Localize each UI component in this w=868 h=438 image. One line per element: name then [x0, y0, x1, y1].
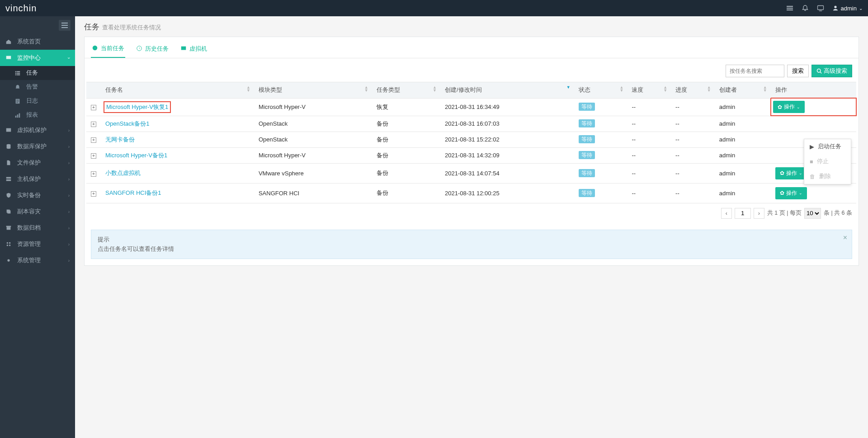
tab-label: 历史任务 [145, 45, 169, 53]
archive-icon [5, 225, 13, 231]
svg-rect-24 [7, 210, 10, 213]
cell-type: 备份 [372, 183, 440, 203]
expand-toggle[interactable]: + [86, 183, 101, 203]
cell-progress: -- [671, 163, 715, 183]
sidebar-item-label: 实时备份 [17, 191, 41, 199]
tip-close[interactable]: × [843, 234, 847, 242]
tab-vm[interactable]: 虚拟机 [179, 42, 208, 58]
action-button[interactable]: ✿ 操作 ⌄ [775, 167, 807, 179]
table-row: +小数点虚拟机VMware vSphere备份2021-08-31 14:07:… [86, 163, 856, 183]
table-row: +Microsoft Hyper-V备份1Microsoft Hyper-V备份… [86, 147, 856, 163]
search-button[interactable]: 搜索 [787, 65, 809, 77]
status-badge: 等待 [579, 135, 595, 143]
chevron-right-icon: › [68, 160, 70, 165]
bell-icon[interactable] [802, 5, 809, 12]
expand-toggle[interactable]: + [86, 116, 101, 132]
chevron-right-icon: › [68, 128, 70, 133]
tab-history[interactable]: 历史任务 [135, 42, 170, 58]
svg-point-35 [817, 69, 821, 73]
expand-toggle[interactable]: + [86, 163, 101, 183]
svg-rect-8 [6, 56, 11, 59]
col-status[interactable]: 状态▲▼ [574, 82, 627, 99]
sidebar-toggle[interactable] [59, 20, 71, 31]
col-name[interactable]: 任务名▲▼ [101, 82, 254, 99]
sidebar-item-archive[interactable]: 数据归档› [0, 220, 75, 236]
tip-title: 提示 [98, 235, 845, 244]
sidebar-item-shield[interactable]: 实时备份› [0, 187, 75, 203]
status-badge: 等待 [579, 189, 595, 197]
sidebar-sub-bell[interactable]: 告警 [0, 80, 75, 94]
chevron-right-icon: › [68, 209, 70, 214]
action-button[interactable]: ✿ 操作 ⌄ [773, 101, 805, 113]
col-progress[interactable]: 进度▲▼ [671, 82, 715, 99]
chevron-down-icon: ⌄ [799, 171, 802, 175]
svg-rect-12 [17, 73, 20, 74]
cell-time: 2021-08-31 16:34:49 [440, 98, 574, 116]
sidebar-item-vm[interactable]: 虚拟机保护› [0, 122, 75, 138]
sidebar-item-label: 任务 [26, 69, 38, 77]
sidebar-item-label: 虚拟机保护 [17, 126, 47, 134]
sidebar: 系统首页监控中心›任务告警日志报表虚拟机保护›数据库保护›文件保护›主机保护›实… [0, 16, 75, 438]
task-link[interactable]: 无网卡备份 [105, 136, 135, 143]
task-link[interactable]: Microsoft Hyper-V恢复1 [104, 101, 171, 113]
table-row: +OpenStack备份1OpenStack备份2021-08-31 16:07… [86, 116, 856, 132]
svg-point-31 [7, 259, 9, 261]
next-page[interactable]: › [754, 208, 764, 219]
sidebar-item-copy[interactable]: 副本容灾› [0, 203, 75, 220]
shield-icon [5, 192, 13, 198]
sidebar-item-resource[interactable]: 资源管理› [0, 236, 75, 252]
task-link[interactable]: SANGFOR HCI备份1 [105, 189, 161, 196]
list-icon[interactable] [786, 5, 793, 12]
search-input[interactable] [726, 65, 784, 77]
svg-rect-25 [6, 226, 11, 227]
svg-rect-34 [181, 46, 186, 50]
sidebar-item-host[interactable]: 主机保护› [0, 171, 75, 187]
user-menu[interactable]: admin ⌄ [832, 5, 863, 12]
gear-icon: ✿ [780, 190, 784, 196]
sidebar-item-home[interactable]: 系统首页 [0, 33, 75, 50]
col-type[interactable]: 任务类型▲▼ [372, 82, 440, 99]
sidebar-item-db[interactable]: 数据库保护› [0, 138, 75, 155]
prev-page[interactable]: ‹ [721, 208, 732, 219]
sidebar-sub-report[interactable]: 报表 [0, 108, 75, 122]
monitor-icon[interactable] [817, 5, 824, 12]
col-time[interactable]: 创建/修改时间▼ [440, 82, 574, 99]
table-row: +Microsoft Hyper-V恢复1Microsoft Hyper-V恢复… [86, 98, 856, 116]
chevron-right-icon: › [66, 57, 71, 58]
advanced-search-button[interactable]: 高级搜索 [811, 65, 852, 77]
sidebar-item-gear[interactable]: 系统管理› [0, 252, 75, 268]
tab-dashboard[interactable]: 当前任务 [91, 42, 125, 58]
col-module[interactable]: 模块类型▲▼ [254, 82, 372, 99]
sidebar-item-label: 监控中心 [17, 54, 41, 62]
tab-label: 当前任务 [101, 44, 124, 52]
cell-speed: -- [627, 98, 671, 116]
dropdown-start[interactable]: ▶启动任务 [804, 139, 851, 154]
sidebar-sub-doc[interactable]: 日志 [0, 94, 75, 108]
expand-toggle[interactable]: + [86, 147, 101, 163]
chevron-down-icon: ⌄ [797, 105, 800, 109]
expand-toggle[interactable]: + [86, 132, 101, 147]
col-speed[interactable]: 速度▲▼ [627, 82, 671, 99]
doc-icon [14, 98, 22, 104]
sidebar-item-label: 日志 [26, 97, 38, 105]
svg-point-4 [834, 6, 836, 8]
page-input[interactable] [735, 208, 751, 219]
chevron-right-icon: › [68, 144, 70, 149]
task-link[interactable]: 小数点虚拟机 [105, 170, 141, 176]
sidebar-item-monitor[interactable]: 监控中心› [0, 50, 75, 66]
action-button[interactable]: ✿ 操作 ⌄ [775, 187, 807, 199]
col-creator[interactable]: 创建者▲▼ [715, 82, 771, 99]
sidebar-sub-list[interactable]: 任务 [0, 66, 75, 80]
per-page-select[interactable]: 10 [804, 208, 821, 219]
chevron-down-icon: ⌄ [799, 191, 802, 195]
cell-progress: -- [671, 98, 715, 116]
svg-rect-13 [15, 74, 17, 75]
pager-tail: 条 | 共 6 条 [824, 209, 852, 217]
svg-rect-2 [787, 9, 793, 10]
sidebar-item-file[interactable]: 文件保护› [0, 155, 75, 171]
expand-toggle[interactable]: + [86, 98, 101, 116]
task-link[interactable]: Microsoft Hyper-V备份1 [105, 152, 167, 159]
task-link[interactable]: OpenStack备份1 [105, 120, 150, 127]
cell-creator: admin [715, 98, 771, 116]
svg-rect-18 [19, 113, 20, 118]
